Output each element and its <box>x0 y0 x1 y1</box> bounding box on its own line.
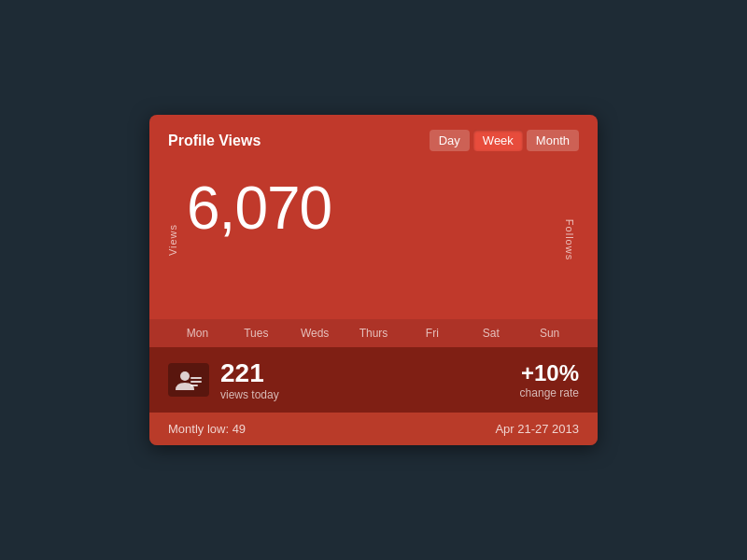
big-number: 6,070 <box>187 174 579 243</box>
day-label-weds: Weds <box>286 327 345 340</box>
day-label-tues: Tues <box>227 327 286 340</box>
user-info: 221 views today <box>168 358 279 401</box>
day-label-sun: Sun <box>520 327 579 340</box>
period-buttons: Day Week Month <box>430 130 579 151</box>
day-label-fri: Fri <box>402 327 461 340</box>
day-label-sat: Sat <box>461 327 520 340</box>
date-range: Apr 21-27 2013 <box>495 422 579 436</box>
chart-area: Views Follows 6,070 <box>149 161 598 319</box>
change-rate-info: +10% change rate <box>520 360 579 399</box>
y-axis-left-label: Views <box>167 224 178 256</box>
month-button[interactable]: Month <box>527 130 579 151</box>
card-header: Profile Views Day Week Month <box>149 115 598 161</box>
change-rate-label: change rate <box>520 386 579 399</box>
svg-point-0 <box>180 371 190 381</box>
svg-rect-2 <box>190 381 202 383</box>
stats-row: 221 views today +10% change rate <box>149 347 598 413</box>
views-today-info: 221 views today <box>220 358 279 401</box>
svg-rect-1 <box>190 377 202 379</box>
views-today-label: views today <box>220 388 279 401</box>
change-rate-number: +10% <box>520 360 579 386</box>
profile-views-card: Profile Views Day Week Month Views Follo… <box>149 115 598 445</box>
svg-rect-3 <box>190 385 198 386</box>
day-label-thurs: Thurs <box>345 327 403 340</box>
day-label-mon: Mon <box>168 327 227 340</box>
card-footer: Montly low: 49 Apr 21-27 2013 <box>149 413 598 445</box>
views-today-number: 221 <box>220 358 279 388</box>
user-icon <box>168 363 209 397</box>
day-labels-row: Mon Tues Weds Thurs Fri Sat Sun <box>149 319 598 347</box>
profile-icon <box>176 370 202 390</box>
day-button[interactable]: Day <box>430 130 470 151</box>
monthly-low: Montly low: 49 <box>168 422 246 436</box>
card-title: Profile Views <box>168 133 261 149</box>
week-button[interactable]: Week <box>473 130 523 151</box>
y-axis-right-label: Follows <box>564 219 575 260</box>
